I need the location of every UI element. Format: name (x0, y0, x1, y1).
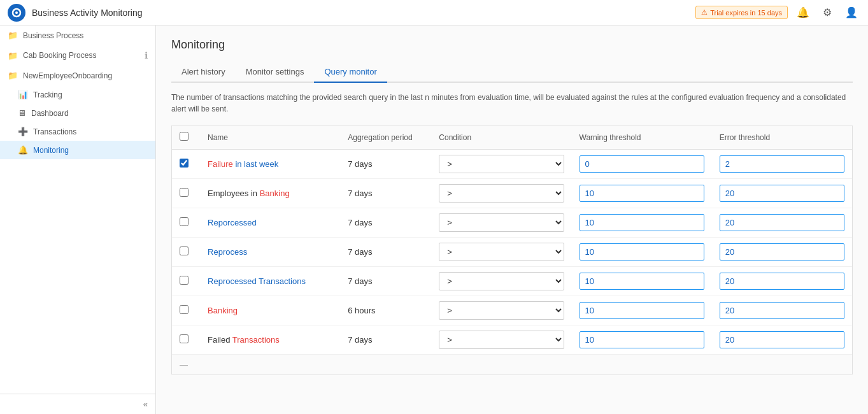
row-condition-cell: ><>=<==!= (431, 208, 571, 238)
tab-alert-history[interactable]: Alert history (171, 62, 236, 83)
dashboard-icon: 🖥 (18, 108, 26, 118)
row-condition-cell: ><>=<==!= (431, 150, 571, 179)
row-error-threshold-input[interactable] (720, 243, 844, 261)
row-name-cell: Failed Transactions (200, 325, 340, 355)
row-error-threshold-input[interactable] (720, 302, 844, 319)
row-checkbox[interactable] (180, 217, 189, 226)
row-error-threshold-input[interactable] (720, 273, 844, 290)
monitor-table-container: Name Aggregation period Condition Warnin… (171, 125, 853, 375)
row-condition-select[interactable]: ><>=<==!= (439, 331, 564, 349)
header-name: Name (200, 125, 340, 150)
row-error-threshold-cell (712, 208, 852, 238)
sidebar: 📁 Business Process 📁 Cab Booking Process… (0, 25, 156, 414)
row-checkbox[interactable] (180, 159, 189, 168)
collapse-icon: « (143, 399, 148, 409)
info-icon-cab[interactable]: ℹ (145, 50, 148, 61)
sidebar-item-transactions[interactable]: ➕ Transactions (0, 122, 155, 141)
header-warning-threshold: Warning threshold (572, 125, 712, 150)
folder-icon: 📁 (8, 31, 18, 40)
row-name-cell: Reporcessed (200, 208, 340, 238)
row-name-link[interactable]: Reporcessed (208, 218, 257, 227)
table-row: Reprocess7 days><>=<==!= (172, 238, 852, 267)
row-warning-threshold-input[interactable] (580, 243, 704, 261)
table-row: Employees in Banking7 days><>=<==!= (172, 179, 852, 208)
row-warning-threshold-cell (572, 325, 712, 355)
sidebar-label-tracking: Tracking (33, 90, 62, 99)
folder-icon-cab: 📁 (8, 51, 18, 61)
tab-query-monitor[interactable]: Query monitor (314, 62, 387, 83)
partial-empty-cell (200, 355, 340, 375)
table-body: Failure in last week7 days><>=<==!=Emplo… (172, 150, 852, 375)
table-header-row: Name Aggregation period Condition Warnin… (172, 125, 852, 150)
row-condition-select[interactable]: ><>=<==!= (439, 272, 564, 290)
row-error-threshold-cell (712, 150, 852, 179)
collapse-sidebar-button[interactable]: « (0, 394, 155, 414)
row-error-threshold-cell (712, 296, 852, 325)
row-name-link[interactable]: Failure in last week (208, 159, 278, 169)
row-checkbox[interactable] (180, 334, 189, 343)
row-error-threshold-input[interactable] (720, 331, 844, 348)
row-name-link[interactable]: Reprocess (208, 247, 247, 257)
row-checkbox-cell (172, 296, 200, 325)
row-warning-threshold-cell (572, 150, 712, 179)
row-aggregation-period: 7 days (340, 325, 431, 355)
user-icon[interactable]: 👤 (843, 4, 860, 22)
header-condition: Condition (431, 125, 571, 150)
row-error-threshold-cell (712, 325, 852, 355)
row-warning-threshold-cell (572, 238, 712, 267)
row-warning-threshold-input[interactable] (580, 273, 704, 290)
row-name-link[interactable]: Banking (208, 306, 238, 315)
select-all-checkbox[interactable] (180, 132, 189, 141)
sidebar-item-cab-booking[interactable]: 📁 Cab Booking Process ℹ (0, 45, 155, 66)
row-condition-select[interactable]: ><>=<==!= (439, 213, 564, 232)
row-error-threshold-input[interactable] (720, 214, 844, 231)
table-row: Banking6 hours><>=<==!= (172, 296, 852, 325)
sidebar-item-business-process[interactable]: 📁 Business Process (0, 25, 155, 45)
notifications-icon[interactable]: 🔔 (794, 4, 812, 22)
row-checkbox[interactable] (180, 305, 189, 314)
row-name-link[interactable]: Failed Transactions (208, 335, 280, 345)
topbar: Business Activity Monitoring ⚠ Trial exp… (0, 0, 868, 25)
row-condition-select[interactable]: ><>=<==!= (439, 184, 564, 203)
row-condition-cell: ><>=<==!= (431, 267, 571, 296)
partial-empty-cell (340, 355, 431, 375)
settings-icon[interactable]: ⚙ (818, 4, 836, 22)
row-name-link[interactable]: Reprocessed Transactions (208, 276, 306, 286)
row-condition-select[interactable]: ><>=<==!= (439, 155, 564, 173)
row-warning-threshold-input[interactable] (580, 155, 704, 173)
row-checkbox-cell (172, 267, 200, 296)
row-error-threshold-input[interactable] (720, 155, 844, 173)
tab-monitor-settings[interactable]: Monitor settings (236, 62, 315, 83)
row-name-link[interactable]: Employees in Banking (208, 189, 290, 198)
tracking-icon: 📊 (18, 90, 28, 99)
row-condition-cell: ><>=<==!= (431, 296, 571, 325)
svg-point-1 (15, 11, 18, 14)
header-checkbox-col (172, 125, 200, 150)
row-condition-select[interactable]: ><>=<==!= (439, 243, 564, 261)
row-condition-cell: ><>=<==!= (431, 179, 571, 208)
row-error-threshold-input[interactable] (720, 185, 844, 202)
row-aggregation-period: 7 days (340, 179, 431, 208)
row-aggregation-period: 7 days (340, 267, 431, 296)
partial-empty-cell (712, 355, 852, 375)
row-checkbox[interactable] (180, 188, 189, 197)
sidebar-item-monitoring[interactable]: 🔔 Monitoring (0, 141, 155, 159)
row-warning-threshold-input[interactable] (580, 185, 704, 202)
row-condition-select[interactable]: ><>=<==!= (439, 301, 564, 320)
row-warning-threshold-input[interactable] (580, 302, 704, 319)
row-checkbox[interactable] (180, 276, 189, 285)
partial-empty-cell (431, 355, 571, 375)
sidebar-item-new-employee[interactable]: 📁 NewEmployeeOnboarding (0, 66, 155, 85)
row-name-cell: Reprocessed Transactions (200, 267, 340, 296)
row-checkbox[interactable] (180, 246, 189, 255)
row-checkbox-cell (172, 238, 200, 267)
row-warning-threshold-input[interactable] (580, 331, 704, 348)
sidebar-label-monitoring: Monitoring (33, 146, 69, 155)
sidebar-item-dashboard[interactable]: 🖥 Dashboard (0, 104, 155, 122)
trial-badge[interactable]: ⚠ Trial expires in 15 days (695, 6, 788, 19)
app-title: Business Activity Monitoring (32, 8, 695, 18)
sidebar-item-tracking[interactable]: 📊 Tracking (0, 85, 155, 104)
partial-row: — (172, 355, 852, 375)
app-logo (8, 4, 25, 22)
row-warning-threshold-input[interactable] (580, 214, 704, 231)
